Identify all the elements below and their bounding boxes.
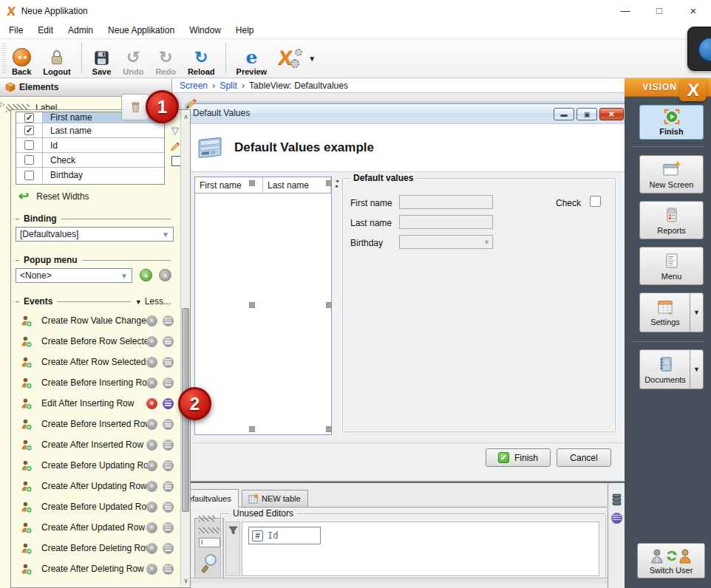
events-scrollbar[interactable]: ∧ ∨ — [180, 112, 190, 586]
visionx-menu-button[interactable]: X ▼ — [273, 41, 321, 76]
floating-assistant-widget[interactable] — [687, 27, 711, 71]
sidebar-menu-button[interactable]: Menu — [639, 247, 704, 285]
checkbox-icon[interactable] — [24, 140, 34, 150]
event-row[interactable]: Create Before Updating Row × — [11, 457, 183, 474]
add-listener-icon[interactable] — [20, 522, 33, 534]
checkbox-icon[interactable] — [24, 171, 34, 180]
dv-close-button[interactable]: ✕ — [599, 108, 624, 120]
checkbox-checked-icon[interactable]: ✓ — [24, 113, 34, 123]
add-popup-menu-button[interactable]: + — [140, 269, 152, 281]
checkbox-icon[interactable] — [24, 155, 34, 165]
table-column-last-name[interactable]: Last name — [263, 177, 331, 193]
popup-menu-select[interactable]: <None> ▼ — [16, 268, 132, 283]
event-row[interactable]: Create After Updated Row × — [11, 519, 183, 536]
menu-help[interactable]: Help — [228, 25, 262, 35]
event-menu-button[interactable] — [163, 398, 174, 409]
data-table[interactable]: First name Last name — [194, 177, 332, 435]
sidebar-new-screen-button[interactable]: New Screen — [639, 155, 704, 194]
edit-pencil-icon[interactable] — [169, 141, 180, 152]
selection-handle[interactable] — [249, 426, 255, 432]
remove-event-button[interactable]: × — [146, 564, 157, 575]
add-listener-icon[interactable] — [20, 439, 33, 451]
action-sphere-icon[interactable] — [611, 513, 622, 524]
remove-event-button[interactable]: × — [146, 502, 157, 513]
add-listener-icon[interactable] — [20, 356, 33, 369]
menu-edit[interactable]: Edit — [30, 25, 61, 35]
scroll-down-icon[interactable]: ∨ — [181, 575, 191, 586]
event-row[interactable]: Create After Inserted Row × — [11, 437, 183, 453]
reset-widths-button[interactable]: ↩ Reset Widths — [18, 190, 89, 202]
tab-new-table[interactable]: NEW table — [242, 490, 308, 507]
first-name-input[interactable] — [399, 195, 493, 209]
sidebar-documents-button[interactable]: Documents ▼ — [639, 349, 704, 389]
database-icon[interactable] — [611, 493, 622, 506]
menu-file[interactable]: File — [1, 25, 30, 35]
scroll-up-icon[interactable]: ∧ — [181, 112, 191, 122]
last-name-input[interactable] — [399, 215, 493, 229]
event-menu-button[interactable] — [163, 564, 174, 575]
switch-user-button[interactable]: Switch User — [637, 543, 705, 578]
add-listener-icon[interactable] — [20, 480, 33, 493]
add-listener-icon[interactable] — [20, 335, 33, 348]
breadcrumb-screen[interactable]: Screen — [180, 81, 208, 91]
remove-event-button[interactable]: × — [146, 357, 157, 368]
cancel-button[interactable]: Cancel — [557, 448, 611, 467]
remove-popup-menu-button[interactable]: × — [159, 269, 171, 281]
event-menu-button[interactable] — [163, 377, 174, 389]
selection-handle[interactable] — [326, 426, 332, 432]
event-row[interactable]: Create After Updating Row × — [11, 478, 183, 494]
remove-event-button[interactable]: × — [146, 336, 157, 347]
add-listener-icon[interactable] — [20, 397, 33, 410]
event-menu-button[interactable] — [163, 522, 174, 533]
event-row-edit-after-inserting[interactable]: Edit After Inserting Row × — [11, 395, 183, 411]
reload-button[interactable]: ↻ Reload — [183, 41, 220, 76]
column-row-id[interactable]: Id — [16, 138, 164, 153]
add-listener-icon[interactable] — [20, 542, 33, 555]
add-listener-icon[interactable] — [20, 418, 33, 431]
event-row[interactable]: Create Before Inserted Row × — [11, 416, 183, 432]
filter-funnel-icon[interactable]: ▽ — [171, 125, 179, 136]
selection-handle[interactable] — [326, 180, 332, 186]
add-listener-icon[interactable] — [20, 563, 33, 575]
label-component-icon[interactable] — [199, 527, 220, 533]
event-menu-button[interactable] — [163, 315, 174, 327]
add-listener-icon[interactable] — [20, 377, 33, 389]
sidebar-reports-button[interactable]: Reports — [639, 201, 704, 239]
window-minimize-button[interactable]: — — [610, 0, 640, 22]
editor-chip-id[interactable]: # Id — [248, 527, 321, 544]
edit-pencil-icon[interactable] — [185, 98, 197, 110]
event-row[interactable]: Create After Row Selected × — [11, 354, 183, 370]
remove-event-button[interactable]: × — [146, 522, 157, 533]
binding-select[interactable]: [Defaultvalues] ▼ — [16, 227, 174, 242]
logout-button[interactable]: Logout — [38, 41, 75, 76]
event-row[interactable]: Create Row Value Changed × — [11, 312, 183, 329]
redo-button[interactable]: ↻ Redo — [150, 41, 181, 76]
dv-minimize-button[interactable]: ▬ — [554, 108, 574, 120]
event-menu-button[interactable] — [163, 481, 174, 492]
preview-button[interactable]: e Preview — [231, 41, 273, 76]
textfield-component-icon[interactable]: I — [199, 538, 220, 547]
dv-maximize-button[interactable]: ▣ — [576, 108, 597, 120]
remove-event-button[interactable]: × — [146, 460, 157, 471]
undo-button[interactable]: ↺ Undo — [118, 41, 149, 76]
event-row[interactable]: Create Before Inserting Row × — [11, 375, 183, 391]
menu-neue-applikation[interactable]: Neue Applikation — [101, 25, 182, 35]
check-checkbox[interactable] — [590, 196, 601, 207]
event-menu-button[interactable] — [163, 357, 174, 368]
add-listener-icon[interactable] — [20, 315, 33, 327]
remove-event-button[interactable]: × — [146, 440, 157, 451]
event-row[interactable]: Create After Deleting Row × — [11, 561, 183, 577]
menu-admin[interactable]: Admin — [61, 25, 101, 35]
splitter-handle[interactable]: ◄► — [334, 179, 340, 195]
sidebar-finish-button[interactable]: Finish — [639, 105, 704, 140]
remove-event-button[interactable]: × — [146, 419, 157, 430]
event-menu-button[interactable] — [163, 419, 174, 430]
menu-window[interactable]: Window — [182, 25, 228, 35]
remove-event-button[interactable]: × — [146, 481, 157, 492]
event-menu-button[interactable] — [163, 460, 174, 471]
remove-event-button[interactable]: × — [146, 398, 157, 409]
event-row[interactable]: Create Before Row Selected × — [11, 333, 183, 349]
column-row-check[interactable]: Check — [16, 153, 164, 168]
sidebar-settings-button[interactable]: Settings ▼ — [639, 293, 704, 332]
selection-handle[interactable] — [249, 180, 255, 186]
